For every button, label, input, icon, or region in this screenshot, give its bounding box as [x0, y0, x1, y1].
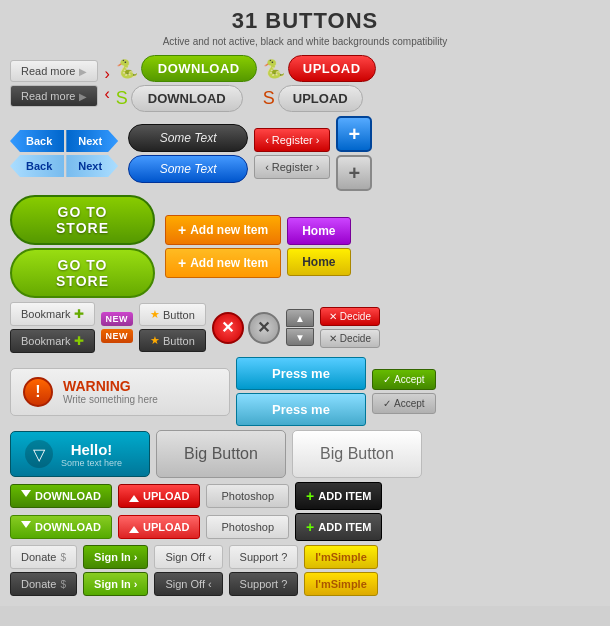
- signin-label-1: Sign In: [94, 551, 131, 563]
- x-icon-red-1: ✕: [221, 318, 234, 337]
- photoshop-button-1[interactable]: Photoshop: [206, 484, 289, 508]
- arrow-up-button-1[interactable]: ▲: [286, 309, 314, 327]
- warning-icon: !: [23, 377, 53, 407]
- goto-store-button-2[interactable]: GO TO STORE: [10, 248, 155, 298]
- bookmark-button-1[interactable]: Bookmark ✚: [10, 302, 95, 326]
- download-small-green-1[interactable]: DOWNLOAD: [10, 484, 112, 508]
- add-item-dark-label-2: ADD ITEM: [318, 521, 371, 533]
- add-item-dark-button-2[interactable]: + ADD ITEM: [295, 513, 382, 541]
- read-more-button-1[interactable]: Read more ▶: [10, 60, 98, 82]
- upload-gray-button-1[interactable]: UPLOAD: [278, 85, 363, 112]
- plus-gray-button-1[interactable]: +: [336, 155, 372, 191]
- star-button-2[interactable]: ★ Button: [139, 329, 206, 352]
- home-yellow-button-1[interactable]: Home: [287, 248, 350, 276]
- plus-bookmark-icon-2: ✚: [74, 334, 84, 348]
- page-wrapper: 31 BUTTONS Active and not active, black …: [0, 0, 610, 606]
- hello-button[interactable]: ▽ Hello! Some text here: [10, 431, 150, 477]
- add-new-item-label-2: Add new Item: [190, 256, 268, 270]
- star-icon-2: ★: [150, 334, 160, 347]
- home-purple-button-1[interactable]: Home: [287, 217, 350, 245]
- back-button-blue-1[interactable]: Back: [10, 130, 64, 152]
- download-small-green-2[interactable]: DOWNLOAD: [10, 515, 112, 539]
- goto-store-label-1: GO TO STORE: [56, 204, 109, 236]
- plus-orange-icon-2: +: [178, 255, 186, 271]
- add-new-item-button-1[interactable]: + Add new Item: [165, 215, 281, 245]
- buttons-grid: Read more ▶ Read more ▶ › ‹ 🐍 DOWNLOAD: [10, 55, 600, 596]
- plus-blue-button-1[interactable]: +: [336, 116, 372, 152]
- read-more-button-2[interactable]: Read more ▶: [10, 85, 98, 107]
- support-button-1[interactable]: Support ?: [229, 545, 299, 569]
- accept-green-button-1[interactable]: ✓ Accept: [372, 369, 436, 390]
- decide-red-label-1: Decide: [340, 311, 371, 322]
- signin-label-2: Sign In: [94, 578, 131, 590]
- register-red-label-1: Register: [272, 134, 313, 146]
- register-red-button-1[interactable]: ‹ Register ›: [254, 128, 330, 152]
- back-button-light-1[interactable]: Back: [10, 155, 64, 177]
- home-yellow-label-1: Home: [302, 255, 335, 269]
- press-me-label-1: Press me: [272, 366, 330, 381]
- upload-small-red-1[interactable]: UPLOAD: [118, 484, 200, 508]
- plus-dark-icon-2: +: [306, 519, 314, 535]
- some-text-dark-button[interactable]: Some Text: [128, 124, 248, 152]
- star-icon-1: ★: [150, 308, 160, 321]
- row-8a: Donate $ Sign In › Sign Off ‹ Support ? …: [10, 545, 600, 569]
- register-gray-button-1[interactable]: ‹ Register ›: [254, 155, 330, 179]
- chevron-left-icon-1: ‹: [265, 134, 269, 146]
- big-button-white[interactable]: Big Button: [292, 430, 422, 478]
- imsimple-label-2: I'mSimple: [315, 578, 367, 590]
- signoff-button-1[interactable]: Sign Off ‹: [154, 545, 222, 569]
- chevron-left-signoff-1: ‹: [208, 551, 212, 563]
- photoshop-label-2: Photoshop: [221, 521, 274, 533]
- star-button-label-2: Button: [163, 335, 195, 347]
- decide-red-button-1[interactable]: ✕ Decide: [320, 307, 380, 326]
- imsimple-button-2[interactable]: I'mSimple: [304, 572, 378, 596]
- star-button-1[interactable]: ★ Button: [139, 303, 206, 326]
- x-circle-gray-button-1[interactable]: ✕: [248, 312, 280, 344]
- add-new-item-button-2[interactable]: + Add new Item: [165, 248, 281, 278]
- row-3: GO TO STORE GO TO STORE + Add new Item +…: [10, 195, 600, 298]
- download-gray-button-1[interactable]: DOWNLOAD: [131, 85, 243, 112]
- big-button-gray[interactable]: Big Button: [156, 430, 286, 478]
- support-label-2: Support: [240, 578, 279, 590]
- signin-button-1[interactable]: Sign In ›: [83, 545, 148, 569]
- upload-gray-label-1: UPLOAD: [293, 91, 348, 106]
- donate-button-1[interactable]: Donate $: [10, 545, 77, 569]
- next-button-light-1[interactable]: Next: [66, 155, 118, 177]
- bookmark-button-2[interactable]: Bookmark ✚: [10, 329, 95, 353]
- press-me-button-2[interactable]: Press me: [236, 393, 366, 426]
- decide-gray-button-1[interactable]: ✕ Decide: [320, 329, 380, 348]
- photoshop-label-1: Photoshop: [221, 490, 274, 502]
- dollar-icon-2: $: [60, 579, 66, 590]
- some-text-blue-button[interactable]: Some Text: [128, 155, 248, 183]
- press-me-button-1[interactable]: Press me: [236, 357, 366, 390]
- signoff-button-2[interactable]: Sign Off ‹: [154, 572, 222, 596]
- chevron-right-signin-2: ›: [134, 578, 138, 590]
- upload-small-red-2[interactable]: UPLOAD: [118, 515, 200, 539]
- photoshop-button-2[interactable]: Photoshop: [206, 515, 289, 539]
- bookmark-label-1: Bookmark: [21, 308, 71, 320]
- chevron-right-signin-1: ›: [134, 551, 138, 563]
- down-triangle-icon-2: [21, 521, 31, 533]
- down-icon-1: ▼: [295, 332, 305, 343]
- accept-gray-button-1[interactable]: ✓ Accept: [372, 393, 436, 414]
- read-more-label-1: Read more: [21, 65, 75, 77]
- upload-red-button-1[interactable]: UPLOAD: [288, 55, 376, 82]
- imsimple-label-1: I'mSimple: [315, 551, 367, 563]
- donate-button-2[interactable]: Donate $: [10, 572, 77, 596]
- next-button-blue-1[interactable]: Next: [66, 130, 118, 152]
- x-circle-red-button-1[interactable]: ✕: [212, 312, 244, 344]
- check-icon-2: ✓: [383, 398, 391, 409]
- add-item-dark-label-1: ADD ITEM: [318, 490, 371, 502]
- goto-store-button-1[interactable]: GO TO STORE: [10, 195, 155, 245]
- dollar-icon-1: $: [60, 552, 66, 563]
- next-label-1: Next: [78, 135, 102, 147]
- chevron-left-red-1: ‹: [104, 85, 109, 103]
- support-button-2[interactable]: Support ?: [229, 572, 299, 596]
- download-gray-label-1: DOWNLOAD: [148, 91, 226, 106]
- signin-button-2[interactable]: Sign In ›: [83, 572, 148, 596]
- add-item-dark-button-1[interactable]: + ADD ITEM: [295, 482, 382, 510]
- download-green-button-1[interactable]: DOWNLOAD: [141, 55, 257, 82]
- arrow-down-button-1[interactable]: ▼: [286, 328, 314, 346]
- upload-red-label-1: UPLOAD: [303, 61, 361, 76]
- imsimple-button-1[interactable]: I'mSimple: [304, 545, 378, 569]
